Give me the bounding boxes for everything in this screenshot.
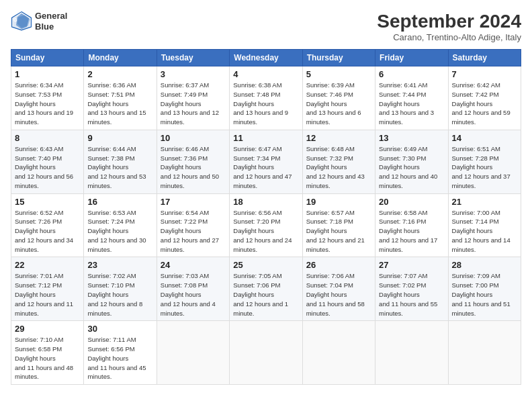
day-number: 2	[87, 69, 152, 79]
calendar-cell: 11 Sunrise: 6:47 AMSunset: 7:34 PMDaylig…	[230, 130, 302, 193]
calendar-cell	[157, 321, 229, 385]
logo-text-block: General Blue	[35, 11, 67, 32]
day-number: 1	[15, 69, 80, 79]
calendar-cell: 4 Sunrise: 6:38 AMSunset: 7:48 PMDayligh…	[230, 66, 302, 130]
day-info: Sunrise: 6:52 AMSunset: 7:26 PMDaylight …	[15, 208, 80, 255]
calendar-cell: 29 Sunrise: 7:10 AMSunset: 6:58 PMDaylig…	[11, 321, 84, 385]
day-info: Sunrise: 6:53 AMSunset: 7:24 PMDaylight …	[87, 208, 152, 255]
logo-icon: G	[11, 11, 32, 32]
day-number: 4	[233, 69, 298, 79]
col-header-tuesday: Tuesday	[157, 50, 229, 66]
day-number: 18	[233, 197, 298, 207]
day-number: 3	[161, 69, 226, 79]
calendar-header-row: SundayMondayTuesdayWednesdayThursdayFrid…	[11, 50, 521, 66]
calendar-table: SundayMondayTuesdayWednesdayThursdayFrid…	[11, 49, 521, 385]
day-number: 23	[87, 260, 152, 270]
calendar-cell: 9 Sunrise: 6:44 AMSunset: 7:38 PMDayligh…	[84, 130, 157, 193]
week-row-4: 22 Sunrise: 7:01 AMSunset: 7:12 PMDaylig…	[11, 257, 521, 321]
day-info: Sunrise: 7:10 AMSunset: 6:58 PMDaylight …	[15, 335, 80, 381]
day-number: 25	[233, 260, 298, 270]
day-number: 10	[161, 133, 226, 143]
day-number: 12	[306, 133, 371, 143]
day-number: 5	[306, 69, 371, 79]
calendar-cell	[302, 321, 375, 385]
day-info: Sunrise: 7:07 AMSunset: 7:02 PMDaylight …	[379, 271, 444, 318]
day-info: Sunrise: 6:37 AMSunset: 7:49 PMDaylight …	[161, 81, 226, 127]
title-block: September 2024 Carano, Trentino-Alto Adi…	[377, 11, 521, 42]
svg-text:G: G	[13, 17, 17, 23]
page-header: G General Blue September 2024 Carano, Tr…	[11, 11, 521, 42]
day-info: Sunrise: 7:11 AMSunset: 6:56 PMDaylight …	[87, 335, 152, 381]
calendar-cell: 8 Sunrise: 6:43 AMSunset: 7:40 PMDayligh…	[11, 130, 84, 193]
col-header-thursday: Thursday	[302, 50, 375, 66]
calendar-cell: 27 Sunrise: 7:07 AMSunset: 7:02 PMDaylig…	[375, 257, 448, 321]
day-number: 6	[379, 69, 444, 79]
calendar-cell: 6 Sunrise: 6:41 AMSunset: 7:44 PMDayligh…	[375, 66, 448, 130]
day-info: Sunrise: 6:38 AMSunset: 7:48 PMDaylight …	[233, 81, 298, 127]
location-subtitle: Carano, Trentino-Alto Adige, Italy	[377, 32, 521, 42]
day-number: 30	[87, 324, 152, 334]
day-info: Sunrise: 6:46 AMSunset: 7:36 PMDaylight …	[161, 144, 226, 191]
week-row-3: 15 Sunrise: 6:52 AMSunset: 7:26 PMDaylig…	[11, 193, 521, 257]
calendar-cell: 5 Sunrise: 6:39 AMSunset: 7:46 PMDayligh…	[302, 66, 375, 130]
day-number: 17	[161, 197, 226, 207]
day-number: 13	[379, 133, 444, 143]
calendar-cell: 24 Sunrise: 7:03 AMSunset: 7:08 PMDaylig…	[157, 257, 229, 321]
day-number: 7	[452, 69, 517, 79]
day-info: Sunrise: 6:56 AMSunset: 7:20 PMDaylight …	[233, 208, 298, 255]
day-info: Sunrise: 6:48 AMSunset: 7:32 PMDaylight …	[306, 144, 371, 191]
day-info: Sunrise: 6:51 AMSunset: 7:28 PMDaylight …	[452, 144, 517, 191]
week-row-5: 29 Sunrise: 7:10 AMSunset: 6:58 PMDaylig…	[11, 321, 521, 385]
day-info: Sunrise: 7:01 AMSunset: 7:12 PMDaylight …	[15, 271, 80, 318]
col-header-wednesday: Wednesday	[230, 50, 302, 66]
calendar-cell: 2 Sunrise: 6:36 AMSunset: 7:51 PMDayligh…	[84, 66, 157, 130]
logo-line2: Blue	[35, 21, 67, 32]
logo: G General Blue	[11, 11, 67, 32]
calendar-cell: 10 Sunrise: 6:46 AMSunset: 7:36 PMDaylig…	[157, 130, 229, 193]
month-title: September 2024	[377, 11, 521, 32]
day-number: 19	[306, 197, 371, 207]
day-info: Sunrise: 7:02 AMSunset: 7:10 PMDaylight …	[87, 271, 152, 318]
day-number: 27	[379, 260, 444, 270]
calendar-cell: 26 Sunrise: 7:06 AMSunset: 7:04 PMDaylig…	[302, 257, 375, 321]
calendar-cell: 3 Sunrise: 6:37 AMSunset: 7:49 PMDayligh…	[157, 66, 229, 130]
calendar-cell: 22 Sunrise: 7:01 AMSunset: 7:12 PMDaylig…	[11, 257, 84, 321]
day-info: Sunrise: 6:43 AMSunset: 7:40 PMDaylight …	[15, 144, 80, 191]
calendar-cell: 13 Sunrise: 6:49 AMSunset: 7:30 PMDaylig…	[375, 130, 448, 193]
calendar-cell: 12 Sunrise: 6:48 AMSunset: 7:32 PMDaylig…	[302, 130, 375, 193]
calendar-cell: 20 Sunrise: 6:58 AMSunset: 7:16 PMDaylig…	[375, 193, 448, 257]
day-info: Sunrise: 7:06 AMSunset: 7:04 PMDaylight …	[306, 271, 371, 318]
calendar-cell: 21 Sunrise: 7:00 AMSunset: 7:14 PMDaylig…	[448, 193, 521, 257]
week-row-2: 8 Sunrise: 6:43 AMSunset: 7:40 PMDayligh…	[11, 130, 521, 193]
day-number: 14	[452, 133, 517, 143]
day-number: 21	[452, 197, 517, 207]
day-info: Sunrise: 6:36 AMSunset: 7:51 PMDaylight …	[87, 81, 152, 127]
day-number: 16	[87, 197, 152, 207]
calendar-cell	[448, 321, 521, 385]
day-info: Sunrise: 6:44 AMSunset: 7:38 PMDaylight …	[87, 144, 152, 191]
calendar-cell: 14 Sunrise: 6:51 AMSunset: 7:28 PMDaylig…	[448, 130, 521, 193]
day-info: Sunrise: 6:42 AMSunset: 7:42 PMDaylight …	[452, 81, 517, 127]
day-info: Sunrise: 6:41 AMSunset: 7:44 PMDaylight …	[379, 81, 444, 127]
col-header-saturday: Saturday	[448, 50, 521, 66]
day-number: 9	[87, 133, 152, 143]
week-row-1: 1 Sunrise: 6:34 AMSunset: 7:53 PMDayligh…	[11, 66, 521, 130]
day-info: Sunrise: 7:05 AMSunset: 7:06 PMDaylight …	[233, 271, 298, 318]
day-info: Sunrise: 7:09 AMSunset: 7:00 PMDaylight …	[452, 271, 517, 318]
day-info: Sunrise: 6:49 AMSunset: 7:30 PMDaylight …	[379, 144, 444, 191]
calendar-cell	[230, 321, 302, 385]
day-number: 22	[15, 260, 80, 270]
calendar-cell: 18 Sunrise: 6:56 AMSunset: 7:20 PMDaylig…	[230, 193, 302, 257]
day-number: 11	[233, 133, 298, 143]
day-info: Sunrise: 6:54 AMSunset: 7:22 PMDaylight …	[161, 208, 226, 255]
col-header-monday: Monday	[84, 50, 157, 66]
day-info: Sunrise: 7:03 AMSunset: 7:08 PMDaylight …	[161, 271, 226, 318]
day-number: 8	[15, 133, 80, 143]
calendar-cell: 17 Sunrise: 6:54 AMSunset: 7:22 PMDaylig…	[157, 193, 229, 257]
calendar-cell: 25 Sunrise: 7:05 AMSunset: 7:06 PMDaylig…	[230, 257, 302, 321]
day-number: 28	[452, 260, 517, 270]
calendar-cell: 30 Sunrise: 7:11 AMSunset: 6:56 PMDaylig…	[84, 321, 157, 385]
calendar-cell: 19 Sunrise: 6:57 AMSunset: 7:18 PMDaylig…	[302, 193, 375, 257]
day-number: 15	[15, 197, 80, 207]
day-info: Sunrise: 6:58 AMSunset: 7:16 PMDaylight …	[379, 208, 444, 255]
